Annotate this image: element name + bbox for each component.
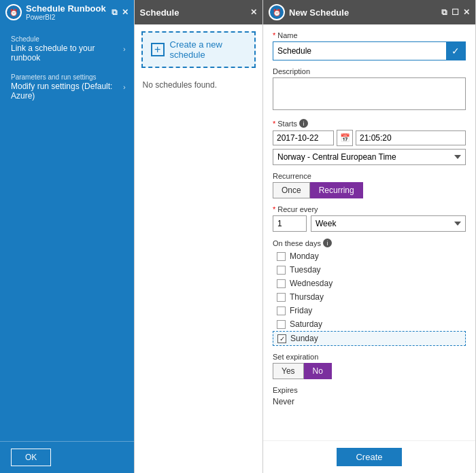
calendar-icon[interactable]: 📅 <box>337 130 353 146</box>
recurring-button[interactable]: Recurring <box>310 182 363 198</box>
panel3-header-actions: ⧉ ☐ ✕ <box>441 7 470 17</box>
schedule-panel: Schedule ✕ + Create a new schedule No sc… <box>135 0 263 473</box>
panel3-close-icon[interactable]: ✕ <box>463 7 470 17</box>
create-button[interactable]: Create <box>337 448 401 466</box>
chevron-right-icon-2: › <box>123 83 126 91</box>
days-info-icon: i <box>323 239 332 247</box>
chevron-right-icon: › <box>123 45 126 53</box>
recur-required-star: * <box>273 205 275 213</box>
create-new-label: Create a new schedule <box>170 39 246 60</box>
clock-icon-3: ⏰ <box>269 4 285 20</box>
day-wednesday[interactable]: Wednesday <box>273 277 466 290</box>
schedule-runbook-panel: ⏰ Schedule Runbook PowerBI2 ⧉ ✕ Schedule… <box>0 0 135 473</box>
saturday-checkbox[interactable] <box>277 320 286 329</box>
friday-checkbox[interactable] <box>277 306 286 315</box>
panel2-body: + Create a new schedule No schedules fou… <box>135 24 262 95</box>
panel2-header-actions: ✕ <box>250 7 257 17</box>
panel2-close-icon[interactable]: ✕ <box>250 7 257 17</box>
wednesday-checkbox[interactable] <box>277 279 286 288</box>
recurrence-buttons: Once Recurring <box>273 182 466 198</box>
panel3-title: New Schedule <box>289 7 349 18</box>
panel1-header: ⏰ Schedule Runbook PowerBI2 ⧉ ✕ <box>0 0 134 24</box>
panel1-body: Schedule Link a schedule to your runbook… <box>0 24 134 441</box>
recur-every-label: * Recur every <box>273 205 466 213</box>
name-field-group: * Name ✓ <box>273 31 466 60</box>
panel3-maximize-icon[interactable]: ☐ <box>452 7 459 17</box>
panel1-subtitle: PowerBI2 <box>26 14 106 21</box>
panel1-header-actions: ⧉ ✕ <box>112 7 129 17</box>
expiry-yes-button[interactable]: Yes <box>273 363 304 379</box>
panel2-title: Schedule <box>140 7 180 18</box>
parameters-section-label: Parameters and run settings <box>11 73 123 81</box>
expiry-buttons: Yes No <box>273 363 466 379</box>
starts-field-group: * Starts i 📅 Norway - Central European T… <box>273 119 466 165</box>
panel3-header: ⏰ New Schedule ⧉ ☐ ✕ <box>263 0 475 24</box>
recurrence-field-group: Recurrence Once Recurring <box>273 172 466 198</box>
day-tuesday[interactable]: Tuesday <box>273 263 466 277</box>
panel1-footer: OK <box>0 441 134 473</box>
panel3-footer: Create <box>263 440 475 473</box>
starts-required-star: * <box>273 120 275 128</box>
expires-field-group: Expires Never <box>273 386 466 406</box>
set-expiration-label: Set expiration <box>273 353 466 361</box>
schedule-section[interactable]: Schedule Link a schedule to your runbook… <box>0 30 134 68</box>
starts-label: * Starts i <box>273 119 466 128</box>
new-schedule-panel: ⏰ New Schedule ⧉ ☐ ✕ * Name ✓ Descriptio… <box>263 0 476 473</box>
panel1-title: Schedule Runbook <box>26 3 106 14</box>
on-these-days-label: On these days i <box>273 239 466 247</box>
name-label: * Name <box>273 31 466 39</box>
panel2-header: Schedule ✕ <box>135 0 262 24</box>
day-friday[interactable]: Friday <box>273 304 466 317</box>
recur-unit-select[interactable]: Hour Day Week Month <box>311 215 466 232</box>
thursday-checkbox[interactable] <box>277 293 286 302</box>
day-saturday[interactable]: Saturday <box>273 317 466 331</box>
time-input[interactable] <box>356 130 466 145</box>
panel1-pin-icon[interactable]: ⧉ <box>112 7 118 17</box>
description-field-group: Description <box>273 67 466 112</box>
date-input[interactable] <box>273 130 334 145</box>
plus-icon: + <box>151 43 165 56</box>
ok-button[interactable]: OK <box>11 449 51 466</box>
parameters-section[interactable]: Parameters and run settings Modify run s… <box>0 68 134 106</box>
name-required-star: * <box>273 31 275 39</box>
timezone-select[interactable]: Norway - Central European Time UTC US Ea… <box>273 149 466 165</box>
once-button[interactable]: Once <box>273 182 310 198</box>
panel3-pin-icon[interactable]: ⧉ <box>441 7 447 17</box>
starts-row: 📅 <box>273 130 466 146</box>
day-monday[interactable]: Monday <box>273 249 466 263</box>
recur-number-input[interactable] <box>273 215 307 232</box>
panel3-body: * Name ✓ Description * Starts i 📅 <box>263 24 475 440</box>
name-input-wrapper: ✓ <box>273 41 466 60</box>
expires-label: Expires <box>273 386 466 394</box>
description-label: Description <box>273 67 466 75</box>
expires-value: Never <box>273 397 466 406</box>
description-input[interactable] <box>273 77 466 110</box>
recur-every-field-group: * Recur every Hour Day Week Month <box>273 205 466 232</box>
schedule-section-label: Schedule <box>11 35 123 43</box>
recurrence-label: Recurrence <box>273 172 466 180</box>
recur-every-row: Hour Day Week Month <box>273 215 466 232</box>
starts-info-icon: i <box>299 119 308 128</box>
set-expiration-field-group: Set expiration Yes No <box>273 353 466 379</box>
days-list: Monday Tuesday Wednesday Thursday Friday <box>273 249 466 346</box>
on-these-days-field-group: On these days i Monday Tuesday Wednesday <box>273 239 466 346</box>
sunday-checkbox[interactable]: ✓ <box>277 334 286 343</box>
monday-checkbox[interactable] <box>277 252 286 261</box>
no-schedules-text: No schedules found. <box>135 75 262 95</box>
check-icon: ✓ <box>446 42 465 60</box>
day-sunday[interactable]: ✓ Sunday <box>273 331 466 346</box>
parameters-section-title: Modify run settings (Default: Azure) <box>11 82 123 101</box>
schedule-section-title: Link a schedule to your runbook <box>11 43 123 63</box>
create-new-schedule-button[interactable]: + Create a new schedule <box>141 31 256 68</box>
day-thursday[interactable]: Thursday <box>273 290 466 304</box>
panel1-close-icon[interactable]: ✕ <box>122 7 129 17</box>
name-input[interactable] <box>273 43 446 58</box>
clock-icon: ⏰ <box>5 4 22 20</box>
tuesday-checkbox[interactable] <box>277 266 286 275</box>
expiry-no-button[interactable]: No <box>304 363 332 379</box>
